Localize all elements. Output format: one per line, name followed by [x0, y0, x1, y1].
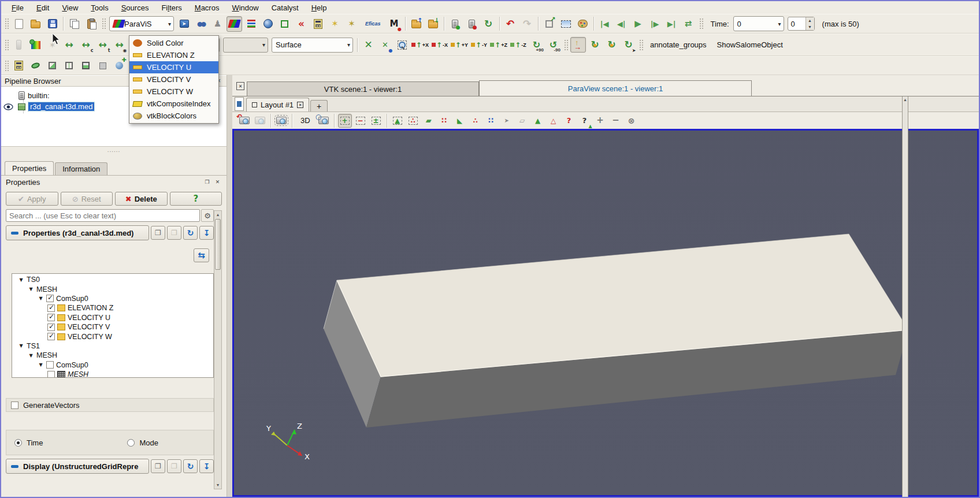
generate-vectors-checkbox[interactable]	[11, 402, 18, 409]
next-frame-button[interactable]: |▶	[647, 16, 663, 32]
tree-item-velocity-v[interactable]: VELOCITY V	[12, 322, 213, 332]
component-combo[interactable]: ▾	[223, 38, 268, 53]
menu-window[interactable]: Window	[226, 2, 264, 13]
rotate-view-button-1[interactable]: ↻	[587, 37, 603, 53]
extract-subset-filter-button[interactable]	[95, 58, 110, 73]
undo-button[interactable]: ↶	[503, 16, 518, 32]
load-state-button[interactable]: ↑	[409, 16, 424, 32]
view-plus-x-button[interactable]: ↑+X	[411, 37, 429, 53]
calculator-filter-button[interactable]	[11, 58, 27, 73]
tree-item-velocity-u[interactable]: VELOCITY U	[12, 313, 213, 322]
tree-item-velocity-w[interactable]: VELOCITY W	[12, 332, 213, 341]
zoom-to-data-button[interactable]: ✕●	[377, 37, 393, 53]
display-section-toggle[interactable]: Display (UnstructuredGridRepre	[6, 459, 149, 474]
save-defaults-icon[interactable]: ↧	[199, 226, 214, 240]
tree-item-elevation-z[interactable]: ELEVATION Z	[12, 303, 213, 313]
restore-display-defaults-icon[interactable]: ↻	[183, 459, 198, 473]
rescale-temporal-range-button[interactable]: ↔t	[95, 37, 110, 53]
globe-module-button[interactable]	[260, 16, 276, 32]
point-query-button[interactable]: ?	[562, 114, 576, 128]
rotate-view-button-3[interactable]: ↻➤	[621, 37, 636, 53]
select-cells-region-button[interactable]: ▲	[391, 114, 404, 128]
time-radio[interactable]	[14, 439, 22, 447]
save-display-defaults-icon[interactable]: ↧	[199, 459, 214, 473]
select-points-region-button[interactable]: ∴	[406, 114, 420, 128]
delete-button[interactable]: ✖Delete	[115, 192, 168, 206]
glyph-filter-button[interactable]: ✚	[112, 58, 127, 73]
select-cells-on-button[interactable]: +	[338, 114, 352, 128]
macro-m-button[interactable]: M●	[387, 16, 402, 32]
paste-properties-icon[interactable]: ❐	[167, 226, 181, 240]
popup-item-solid-color[interactable]: Solid Color	[129, 37, 218, 49]
spinner-arrows[interactable]: ▲▼	[805, 17, 814, 30]
expander-icon[interactable]: ▼	[38, 362, 44, 367]
tree-item-ts0[interactable]: ▼TS0	[12, 275, 213, 284]
apply-button[interactable]: ✔Apply	[6, 192, 58, 206]
popup-item-velocity-w[interactable]: VELOCITY W	[129, 86, 218, 98]
red-arrows-button[interactable]: «	[294, 16, 309, 32]
rescale-custom-range-button[interactable]: ↔c	[78, 37, 94, 53]
view-plus-z-button[interactable]: ↑+Z	[489, 37, 508, 53]
search-input[interactable]	[6, 209, 200, 222]
disconnect-server-button[interactable]: ●	[464, 16, 480, 32]
wand-button-2[interactable]: ✶	[344, 16, 359, 32]
reload-files-button[interactable]: ⇆	[194, 248, 209, 262]
rotate-view-button-2[interactable]: ↻	[604, 37, 619, 53]
scroll-up-icon[interactable]: ▴	[217, 211, 219, 218]
close-dock-icon[interactable]: ✕	[213, 178, 222, 187]
view-minus-x-button[interactable]: ↑-X	[430, 37, 449, 53]
popup-item-elevation-z[interactable]: ELEVATION Z	[129, 49, 218, 61]
camera-undo-button[interactable]: ↶	[237, 114, 251, 128]
search-options-gear-icon[interactable]: ⚙	[201, 209, 214, 222]
search-module-button[interactable]: ●●	[193, 16, 209, 32]
time-combo[interactable]: 0▾	[733, 16, 784, 31]
mesh-module-button[interactable]: ➤	[176, 16, 192, 32]
view-minus-y-button[interactable]: ↑-Y	[470, 37, 488, 53]
properties-section-toggle[interactable]: Properties (r3d_canal-t3d.med)	[6, 225, 149, 240]
calculator-module-button[interactable]	[310, 16, 326, 32]
copy-display-icon[interactable]: ❐	[151, 459, 165, 473]
edit-colormap-button[interactable]	[28, 37, 43, 53]
menu-filters[interactable]: Filters	[155, 2, 187, 13]
paste-button[interactable]	[83, 16, 99, 32]
camera-redo-button[interactable]	[253, 114, 267, 128]
close-layout-icon[interactable]: ✕	[297, 102, 303, 108]
tree-item-mesh[interactable]: MESH	[12, 370, 213, 378]
geometry-module-button[interactable]	[277, 16, 292, 32]
save-file-button[interactable]	[44, 16, 60, 32]
select-cells-polygon-button[interactable]: ◣	[453, 114, 467, 128]
visibility-toggle[interactable]	[1, 103, 15, 110]
tab-properties[interactable]: Properties	[5, 161, 54, 175]
menu-catalyst[interactable]: Catalyst	[266, 2, 305, 13]
popup-item-velocity-v[interactable]: VELOCITY V	[129, 73, 218, 86]
expander-icon[interactable]: ▼	[38, 296, 44, 301]
paste-display-icon[interactable]: ❐	[167, 459, 181, 473]
expander-icon[interactable]: ▼	[18, 343, 24, 348]
copy-button[interactable]	[66, 16, 82, 32]
tab-layout-1[interactable]: Layout #1 ✕	[246, 98, 309, 112]
menu-sources[interactable]: Sources	[116, 2, 155, 13]
loop-button[interactable]: ⇄	[681, 16, 696, 32]
hover-points-button[interactable]: △	[547, 114, 560, 128]
hover-cells-button[interactable]: ▲	[531, 114, 545, 128]
menu-macros[interactable]: Macros	[189, 2, 225, 13]
annotate-groups-macro-button[interactable]: annotate_groups	[645, 37, 711, 53]
popup-item-velocity-u[interactable]: VELOCITY U	[129, 61, 218, 73]
camera-link-button[interactable]: ↗	[541, 16, 557, 32]
rotate-90-cw-button[interactable]: ↻+90	[529, 37, 544, 53]
dock-splitter[interactable]	[227, 75, 232, 497]
tree-checkbox[interactable]	[47, 333, 55, 340]
tree-checkbox[interactable]	[47, 304, 55, 312]
cell-query-button[interactable]: ?▲	[578, 114, 592, 128]
eficas-button[interactable]: Eficas	[361, 16, 385, 32]
dock-splitter-handle[interactable]: ......	[1, 147, 227, 162]
select-points-polygon-button[interactable]: ∴	[469, 114, 482, 128]
expander-icon[interactable]: ▼	[28, 287, 34, 292]
clear-selection-button[interactable]: ⊗	[625, 114, 639, 128]
new-file-button[interactable]	[11, 16, 27, 32]
tree-checkbox[interactable]	[46, 295, 54, 302]
shrink-selection-button[interactable]: −	[609, 114, 623, 128]
module-combo[interactable]: ParaViS▾	[109, 16, 174, 31]
toggle-color-legend-button[interactable]	[11, 37, 27, 53]
select-block-button[interactable]: ∷	[484, 114, 498, 128]
